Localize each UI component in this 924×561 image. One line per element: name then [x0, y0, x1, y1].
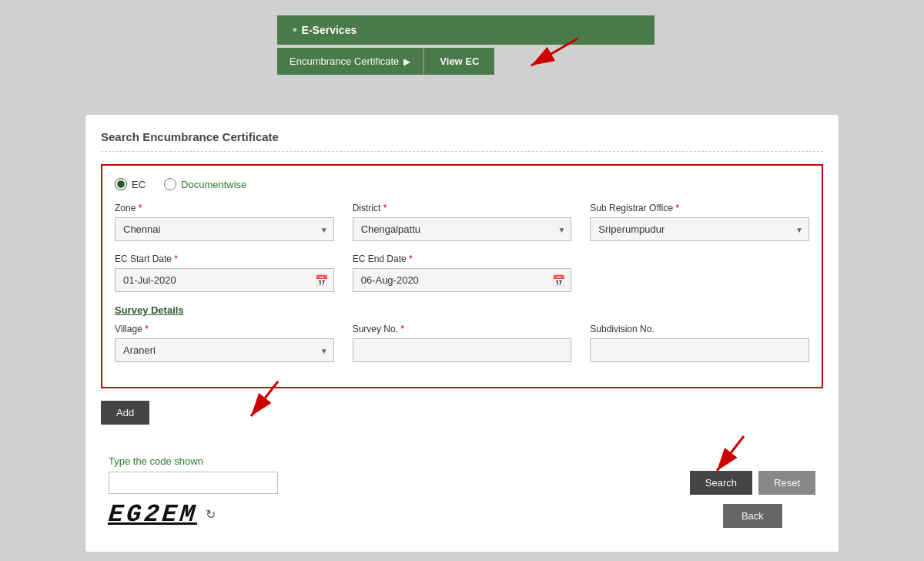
district-select[interactable]: Chengalpattu Chennai Coimbatore [353, 217, 572, 241]
bullet-icon: • [293, 23, 297, 37]
ec-section: EC Documentwise Zone * Chennai Coimbator… [101, 164, 823, 388]
back-row: Back [723, 504, 782, 528]
nav-right-empty [431, 15, 654, 45]
reset-button[interactable]: Reset [758, 471, 815, 495]
village-required: * [142, 324, 149, 334]
subdivision-no-input[interactable] [590, 338, 809, 362]
nav-eservices[interactable]: • E-Services [277, 15, 431, 45]
form-title: Search Encumbrance Certificate [101, 130, 823, 152]
captcha-input[interactable] [109, 472, 278, 494]
survey-no-label: Survey No. * [353, 324, 572, 334]
radio-row: EC Documentwise [115, 178, 809, 190]
subdivision-no-label: Subdivision No. [590, 324, 809, 334]
zone-select[interactable]: Chennai Coimbatore Madurai Trichy [115, 217, 334, 241]
ec-start-date-group: EC Start Date * 📅 [115, 254, 334, 292]
village-select-wrapper: Araneri Sriperumpudur Oragadam [115, 338, 334, 362]
bottom-section: Type the code shown EG2EM ↻ Sea [101, 455, 823, 529]
village-select[interactable]: Araneri Sriperumpudur Oragadam [115, 338, 334, 362]
nav-arrow-icon: ▶ [403, 56, 410, 67]
ec-start-date-label: EC Start Date * [115, 254, 334, 264]
radio-ec-label: EC [132, 179, 146, 190]
nav-encumbrance[interactable]: Encumbrance Certificate ▶ [277, 48, 424, 75]
ec-end-required: * [407, 254, 413, 264]
zone-required: * [136, 203, 142, 213]
sub-registrar-label: Sub Registrar Office * [590, 203, 809, 213]
encumbrance-label: Encumbrance Certificate [290, 55, 399, 67]
ec-start-date-wrapper: 📅 [115, 268, 334, 292]
survey-details-title: Survey Details [115, 304, 809, 316]
main-form-container: Search Encumbrance Certificate EC Docume… [85, 114, 839, 553]
zone-group: Zone * Chennai Coimbatore Madurai Trichy [115, 203, 334, 241]
district-group: District * Chengalpattu Chennai Coimbato… [353, 203, 572, 241]
ec-end-date-group: EC End Date * 📅 [353, 254, 572, 292]
nav-row-1: • E-Services [277, 15, 654, 45]
zone-label: Zone * [115, 203, 334, 213]
search-reset-row: Search Reset [690, 471, 815, 495]
village-label: Village * [115, 324, 334, 334]
nav-viewec[interactable]: View EC [424, 48, 494, 75]
survey-no-group: Survey No. * [353, 324, 572, 362]
zone-district-row: Zone * Chennai Coimbatore Madurai Trichy… [115, 203, 809, 241]
district-required: * [380, 203, 387, 213]
sub-registrar-group: Sub Registrar Office * Sriperumpudur Tam… [590, 203, 809, 241]
village-group: Village * Araneri Sriperumpudur Oragadam [115, 324, 334, 362]
arrow-add [232, 378, 293, 424]
viewec-label: View EC [440, 55, 479, 67]
ec-start-date-input[interactable] [115, 268, 334, 292]
captcha-code: EG2EM [107, 500, 199, 529]
sub-registrar-required: * [673, 203, 679, 213]
eservices-label: E-Services [302, 24, 357, 36]
calendar-start-icon[interactable]: 📅 [315, 274, 328, 287]
radio-documentwise-label: Documentwise [181, 179, 246, 190]
sub-registrar-select-wrapper: Sriperumpudur Tambaram Chengalpattu [590, 217, 809, 241]
survey-no-input[interactable] [353, 338, 572, 362]
ec-start-required: * [172, 254, 178, 264]
refresh-captcha-icon[interactable]: ↻ [206, 507, 216, 522]
district-select-wrapper: Chengalpattu Chennai Coimbatore [353, 217, 572, 241]
radio-documentwise-option[interactable]: Documentwise [164, 178, 246, 190]
radio-ec-option[interactable]: EC [115, 178, 146, 190]
ec-end-date-label: EC End Date * [353, 254, 572, 264]
nav-row-2: Encumbrance Certificate ▶ View EC [277, 48, 654, 75]
zone-select-wrapper: Chennai Coimbatore Madurai Trichy [115, 217, 334, 241]
add-button[interactable]: Add [101, 401, 149, 425]
captcha-section: Type the code shown EG2EM ↻ [109, 455, 278, 529]
calendar-end-icon[interactable]: 📅 [552, 274, 565, 287]
district-label: District * [353, 203, 572, 213]
subdivision-no-group: Subdivision No. [590, 324, 809, 362]
action-buttons: Search Reset Back [690, 471, 815, 528]
back-button[interactable]: Back [723, 504, 782, 528]
sub-registrar-select[interactable]: Sriperumpudur Tambaram Chengalpattu [590, 217, 809, 241]
ec-end-date-input[interactable] [353, 268, 572, 292]
captcha-image-container: EG2EM ↻ [109, 500, 278, 529]
radio-ec[interactable] [115, 178, 127, 190]
navigation: • E-Services Encumbrance Certificate ▶ V… [277, 15, 654, 75]
empty-group [590, 254, 809, 292]
captcha-label: Type the code shown [109, 455, 278, 467]
ec-end-date-wrapper: 📅 [353, 268, 572, 292]
survey-row: Village * Araneri Sriperumpudur Oragadam… [115, 324, 809, 362]
arrow-search [698, 432, 759, 479]
dates-row: EC Start Date * 📅 EC End Date * 📅 [115, 254, 809, 292]
radio-documentwise[interactable] [164, 178, 176, 190]
survey-no-required: * [398, 324, 404, 334]
